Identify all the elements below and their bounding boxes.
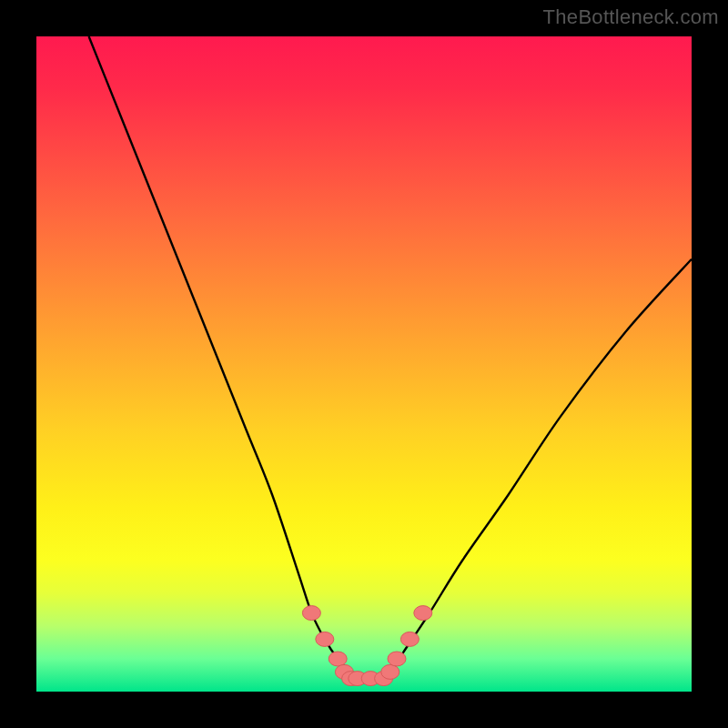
chart-svg (36, 36, 692, 692)
curve-marker (329, 652, 347, 666)
bottleneck-curve (89, 36, 692, 680)
curve-marker (316, 632, 334, 646)
curve-marker (388, 652, 406, 666)
curve-marker (414, 606, 432, 621)
curve-marker (381, 664, 399, 679)
watermark-text: TheBottleneck.com (543, 5, 719, 29)
curve-marker (400, 632, 419, 646)
plot-area (36, 36, 692, 692)
curve-marker (302, 606, 320, 621)
chart-frame: TheBottleneck.com (0, 0, 728, 728)
curve-markers (302, 606, 431, 686)
